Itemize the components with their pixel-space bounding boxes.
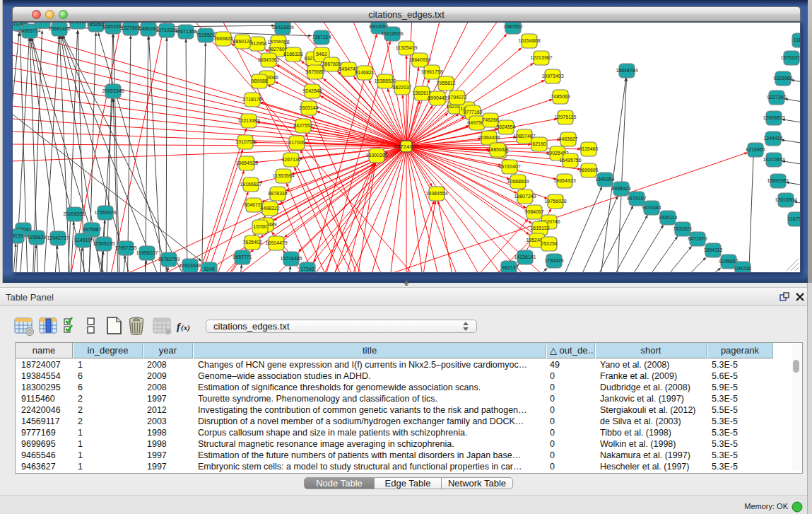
svg-text:15388520: 15388520 [374, 78, 396, 83]
svg-text:2867608: 2867608 [322, 62, 341, 66]
svg-text:7625402: 7625402 [242, 240, 261, 245]
svg-text:1156829: 1156829 [28, 235, 47, 240]
svg-text:18807249: 18807249 [514, 194, 536, 199]
svg-text:6794072: 6794072 [447, 95, 466, 100]
svg-text:19218506: 19218506 [381, 31, 403, 36]
svg-text:1873087: 1873087 [68, 22, 87, 24]
svg-text:104216: 104216 [734, 266, 751, 271]
svg-text:12923448: 12923448 [179, 263, 201, 268]
svg-text:8427552: 8427552 [293, 123, 312, 128]
svg-text:16154808: 16154808 [518, 38, 540, 43]
svg-text:14136141: 14136141 [514, 255, 536, 259]
svg-text:18300295: 18300295 [365, 153, 387, 158]
svg-text:17016504: 17016504 [775, 197, 796, 202]
svg-text:15760: 15760 [253, 224, 267, 229]
svg-text:9463627: 9463627 [558, 136, 577, 141]
svg-text:96213: 96213 [502, 265, 516, 270]
svg-text:746266: 746266 [482, 117, 498, 122]
svg-text:17342: 17342 [300, 267, 314, 271]
svg-text:16495756: 16495756 [559, 158, 581, 163]
svg-text:3624554: 3624554 [496, 124, 515, 129]
svg-text:16033809: 16033809 [271, 25, 293, 30]
svg-text:2935114: 2935114 [659, 215, 678, 220]
svg-text:10688609: 10688609 [507, 179, 529, 184]
svg-text:(x): (x) [181, 323, 190, 332]
svg-text:19654923: 19654923 [553, 178, 575, 183]
svg-text:417006: 417006 [288, 140, 305, 145]
svg-text:20691406: 20691406 [48, 26, 70, 31]
svg-text:11325419: 11325419 [396, 45, 418, 50]
svg-text:9699695: 9699695 [579, 168, 598, 173]
svg-text:19384554: 19384554 [425, 191, 447, 196]
svg-text:8990448: 8990448 [428, 95, 447, 100]
svg-text:18640910: 18640910 [408, 57, 430, 62]
svg-text:20364436: 20364436 [478, 135, 500, 140]
svg-text:12942737: 12942737 [47, 235, 69, 240]
svg-text:16782759: 16782759 [158, 257, 180, 262]
svg-text:14055714: 14055714 [18, 28, 40, 33]
svg-text:18724007: 18724007 [394, 144, 419, 150]
svg-text:7632621: 7632621 [673, 226, 692, 231]
svg-text:3875685: 3875685 [305, 69, 324, 74]
svg-text:989988: 989988 [251, 78, 267, 83]
svg-text:17359928: 17359928 [94, 210, 116, 215]
svg-text:16543362: 16543362 [257, 57, 279, 62]
svg-text:1885632: 1885632 [488, 147, 507, 152]
svg-text:20206535: 20206535 [63, 211, 85, 216]
svg-text:1615132: 1615132 [530, 226, 549, 230]
svg-text:15692951: 15692951 [767, 178, 789, 183]
svg-text:11124: 11124 [794, 37, 801, 42]
svg-text:11353594: 11353594 [273, 173, 295, 178]
svg-text:8215955: 8215955 [746, 147, 765, 152]
svg-text:62160: 62160 [532, 141, 546, 146]
svg-text:9474444: 9474444 [642, 205, 661, 210]
svg-text:1244415: 1244415 [763, 136, 782, 141]
svg-text:16914479: 16914479 [265, 240, 287, 245]
svg-text:1640954: 1640954 [595, 177, 614, 182]
svg-text:9115460: 9115460 [579, 146, 599, 151]
svg-text:7357224: 7357224 [312, 35, 331, 40]
svg-text:10210643: 10210643 [763, 157, 784, 162]
svg-text:1527602: 1527602 [121, 25, 140, 30]
svg-text:9657771: 9657771 [233, 255, 252, 259]
svg-text:20053346: 20053346 [102, 88, 124, 93]
svg-text:6479197: 6479197 [627, 196, 646, 201]
svg-text:2718176: 2718176 [242, 97, 261, 102]
svg-text:12505135: 12505135 [93, 241, 114, 246]
svg-text:8471676: 8471676 [688, 236, 707, 241]
svg-text:3267130: 3267130 [281, 157, 300, 162]
svg-text:8878334: 8878334 [268, 191, 287, 196]
svg-text:10958107: 10958107 [136, 250, 158, 255]
svg-text:7663822: 7663822 [213, 36, 233, 41]
svg-text:15751074: 15751074 [780, 55, 801, 60]
svg-text:9242848: 9242848 [302, 88, 322, 93]
svg-text:12093873: 12093873 [763, 115, 784, 120]
svg-text:2603144: 2603144 [299, 105, 318, 110]
svg-text:4498222: 4498222 [260, 206, 279, 211]
svg-text:7515526: 7515526 [196, 33, 215, 37]
svg-text:15720407: 15720407 [498, 164, 520, 169]
svg-text:1010755: 1010755 [235, 139, 254, 144]
svg-text:940327: 940327 [34, 22, 50, 23]
svg-text:2087652: 2087652 [503, 24, 522, 29]
svg-text:10973493: 10973493 [541, 74, 563, 78]
svg-text:8938923: 8938923 [611, 186, 630, 191]
svg-text:1654112: 1654112 [704, 247, 723, 252]
svg-text:9329966: 9329966 [773, 76, 792, 81]
svg-text:12975115: 12975115 [555, 115, 577, 119]
svg-text:19756928: 19756928 [544, 199, 566, 204]
svg-text:9245: 9245 [204, 267, 215, 271]
svg-text:19654925: 19654925 [235, 160, 257, 165]
svg-text:16961758: 16961758 [420, 69, 442, 74]
svg-text:16671355: 16671355 [175, 29, 196, 34]
svg-text:17957255: 17957255 [114, 245, 136, 250]
svg-text:39159: 39159 [12, 233, 23, 238]
svg-text:9827509: 9827509 [268, 47, 287, 52]
svg-text:7485063: 7485063 [551, 94, 570, 99]
svg-text:8186328: 8186328 [283, 52, 302, 57]
svg-text:114519: 114519 [75, 238, 91, 243]
svg-text:5462: 5462 [316, 52, 327, 57]
svg-text:1733426: 1733426 [544, 258, 563, 263]
svg-text:116753: 116753 [788, 216, 801, 221]
svg-text:8860124: 8860124 [233, 39, 252, 44]
